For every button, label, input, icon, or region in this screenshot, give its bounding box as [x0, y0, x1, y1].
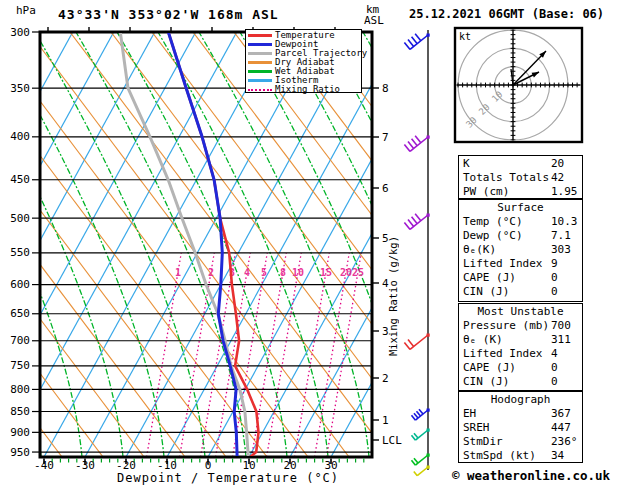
temperature-tick-label: 20: [273, 460, 307, 471]
table-row-label: CAPE (J): [463, 361, 516, 374]
svg-text:1: 1: [175, 267, 181, 278]
pressure-tick-label: 350: [4, 83, 30, 94]
chart-legend: TemperatureDewpointParcel TrajectoryDry …: [245, 29, 362, 93]
temperature-axis-label: Dewpoint / Temperature (°C): [117, 471, 339, 485]
table-row-value: 1.95: [551, 185, 578, 199]
pressure-tick-label: 600: [4, 279, 30, 290]
wind-barb: [404, 136, 429, 152]
table-row-label: CIN (J): [463, 285, 509, 298]
wind-barb: [411, 454, 429, 466]
svg-text:4: 4: [244, 267, 250, 278]
mixing-ratio-axis-label: Mixing Ratio (g/kg): [387, 236, 399, 356]
temperature-tick-label: -10: [150, 460, 184, 471]
table-row: Pressure (mb)700: [459, 319, 582, 333]
table-row: Lifted Index9: [459, 257, 582, 271]
table-row: Lifted Index4: [459, 347, 582, 361]
table-row-value: 42: [551, 171, 564, 185]
hodograph: 102030: [453, 25, 582, 153]
pressure-tick-label: 300: [4, 27, 30, 38]
height-km-tick-label: 5: [382, 233, 389, 244]
pressure-tick-label: 750: [4, 360, 30, 371]
svg-text:5: 5: [261, 267, 267, 278]
table-row-label: Totals Totals: [463, 171, 549, 184]
table-row-label: K: [463, 157, 470, 170]
station-location-title: 43°33'N 353°02'W 168m ASL: [58, 7, 279, 22]
table-row: Temp (°C)10.3: [459, 215, 582, 229]
svg-text:8: 8: [280, 267, 286, 278]
height-axis-asl-label: ASL: [364, 14, 384, 27]
pressure-tick-label: 450: [4, 174, 30, 185]
svg-text:25: 25: [352, 267, 364, 278]
table-row: K20: [459, 157, 582, 171]
legend-line-sample: [248, 34, 272, 37]
temperature-tick-label: -30: [68, 460, 102, 471]
wind-barb: [414, 466, 430, 476]
table-row: StmDir236°: [459, 435, 582, 449]
table-row-value: 4: [551, 347, 558, 361]
table-row: CIN (J)0: [459, 375, 582, 389]
table-row-label: θₑ (K): [463, 333, 503, 346]
table-row-label: Pressure (mb): [463, 319, 549, 332]
table-row-value: 7.1: [551, 229, 571, 243]
table-row: CIN (J)0: [459, 285, 582, 299]
svg-text:15: 15: [320, 267, 332, 278]
table-row: StmSpd (kt)34: [459, 449, 582, 463]
svg-text:20: 20: [340, 267, 352, 278]
wind-barb: [404, 334, 429, 350]
wind-barb: [404, 34, 429, 50]
table-row: Dewp (°C)7.1: [459, 229, 582, 243]
table-row-value: 236°: [551, 435, 578, 449]
height-km-tick-label: 1: [382, 415, 389, 426]
height-km-tick-label: 8: [382, 83, 389, 94]
table-row-label: Lifted Index: [463, 257, 542, 270]
table-row-value: 0: [551, 285, 558, 299]
pressure-tick-label: 850: [4, 406, 30, 417]
skewt-sounding-page: 12345810152025102030 hPa 43°33'N 353°02'…: [0, 0, 629, 486]
table-title: Most Unstable: [459, 305, 582, 319]
pressure-tick-label: 950: [4, 447, 30, 458]
temperature-tick-label: 30: [314, 460, 348, 471]
height-km-tick-label: 7: [382, 132, 389, 143]
temperature-curve: [168, 32, 258, 457]
copyright-notice: © weatheronline.co.uk: [452, 468, 610, 483]
pressure-tick-label: 800: [4, 384, 30, 395]
table-row-label: Lifted Index: [463, 347, 542, 360]
legend-line-sample: [248, 43, 272, 46]
table-row: PW (cm)1.95: [459, 185, 582, 199]
table-row: EH367: [459, 407, 582, 421]
table-row-value: 0: [551, 271, 558, 285]
legend-line-sample: [248, 61, 272, 64]
height-km-tick-label: LCL: [382, 435, 402, 446]
table-row-value: 20: [551, 157, 564, 171]
table-row-label: SREH: [463, 421, 490, 434]
table-row: SREH447: [459, 421, 582, 435]
table-row-value: 9: [551, 257, 558, 271]
table-row-value: 0: [551, 361, 558, 375]
height-km-tick-label: 4: [382, 278, 389, 289]
table-title: Surface: [459, 201, 582, 215]
pressure-axis-unit-label: hPa: [16, 4, 36, 17]
pressure-tick-label: 900: [4, 427, 30, 438]
data-table-surface: SurfaceTemp (°C)10.3Dewp (°C)7.1θₑ(K)303…: [458, 199, 583, 302]
table-row-label: CAPE (J): [463, 271, 516, 284]
table-row-value: 303: [551, 243, 571, 257]
table-row: CAPE (J)0: [459, 361, 582, 375]
data-table-most-unstable: Most UnstablePressure (mb)700θₑ (K)311Li…: [458, 303, 583, 391]
svg-text:2: 2: [208, 267, 214, 278]
svg-text:10: 10: [292, 267, 304, 278]
legend-item: Mixing Ratio: [248, 85, 361, 94]
table-row: CAPE (J)0: [459, 271, 582, 285]
table-row-label: StmSpd (kt): [463, 449, 536, 462]
temperature-tick-label: -40: [27, 460, 61, 471]
data-table-hodograph: HodographEH367SREH447StmDir236°StmSpd (k…: [458, 391, 583, 463]
table-row-label: Temp (°C): [463, 215, 523, 228]
legend-line-sample: [248, 52, 272, 55]
pressure-tick-label: 650: [4, 308, 30, 319]
height-km-tick-label: 3: [382, 326, 389, 337]
legend-line-sample: [248, 70, 272, 73]
table-row-value: 10.3: [551, 215, 578, 229]
pressure-tick-label: 700: [4, 335, 30, 346]
legend-line-sample: [248, 79, 272, 82]
table-row-label: Dewp (°C): [463, 229, 523, 242]
wind-barb-column: [404, 30, 429, 476]
